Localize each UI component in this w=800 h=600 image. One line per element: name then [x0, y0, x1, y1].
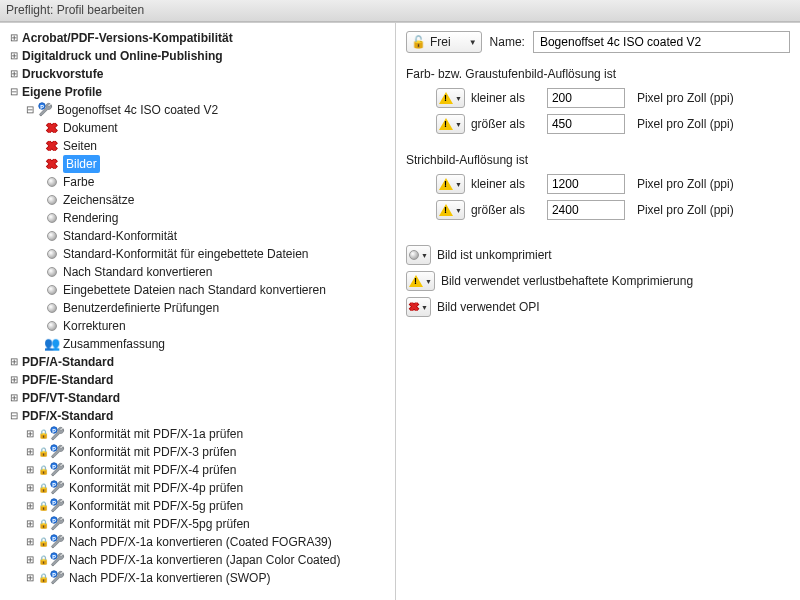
tree-eingeb[interactable]: Eingebettete Dateien nach Standard konve… — [6, 281, 393, 299]
tree-stdkonf-emb[interactable]: Standard-Konformität für eingebettete Da… — [6, 245, 393, 263]
tree-stdkonf[interactable]: Standard-Konformität — [6, 227, 393, 245]
warning-icon — [439, 118, 453, 130]
expand-icon[interactable]: ⊞ — [24, 446, 36, 458]
error-icon: ✖ — [44, 156, 60, 172]
dot-icon — [44, 174, 60, 190]
tree-conv-japan[interactable]: ⊞ 🔒 Nach PDF/X-1a konvertieren (Japan Co… — [6, 551, 393, 569]
expand-icon[interactable]: ⊞ — [24, 482, 36, 494]
collapse-icon[interactable]: ⊟ — [8, 86, 20, 98]
severity-dropdown[interactable]: ▼ — [436, 114, 465, 134]
check-lossy[interactable]: ▼ Bild verwendet verlustbehaftete Kompri… — [406, 271, 790, 291]
warning-icon — [409, 275, 423, 287]
tree-rendering[interactable]: Rendering — [6, 209, 393, 227]
expand-icon[interactable]: ⊞ — [24, 536, 36, 548]
tree-benutzer[interactable]: Benutzerdefinierte Prüfungen — [6, 299, 393, 317]
profile-icon — [50, 534, 66, 550]
tree-farbe[interactable]: Farbe — [6, 173, 393, 191]
tree-zeichen[interactable]: Zeichensätze — [6, 191, 393, 209]
lock-icon: 🔒 — [38, 569, 49, 587]
tree-pdfx[interactable]: ⊟ PDF/X-Standard — [6, 407, 393, 425]
profile-icon — [50, 552, 66, 568]
expand-icon[interactable]: ⊞ — [8, 392, 20, 404]
expand-icon[interactable]: ⊞ — [8, 374, 20, 386]
tree-zusammen[interactable]: 👥 Zusammenfassung — [6, 335, 393, 353]
section-line-res: Strichbild-Auflösung ist — [406, 153, 790, 167]
tree-x3[interactable]: ⊞ 🔒 Konformität mit PDF/X-3 prüfen — [6, 443, 393, 461]
check-uncompressed[interactable]: ▼ Bild ist unkomprimiert — [406, 245, 790, 265]
color-min-input[interactable] — [547, 88, 625, 108]
dot-icon — [44, 300, 60, 316]
dot-icon — [44, 264, 60, 280]
unit-label: Pixel pro Zoll (ppi) — [637, 177, 734, 191]
dot-icon — [44, 318, 60, 334]
tree-pdfa[interactable]: ⊞ PDF/A-Standard — [6, 353, 393, 371]
line-max-input[interactable] — [547, 200, 625, 220]
lock-icon: 🔒 — [38, 533, 49, 551]
dot-icon — [44, 210, 60, 226]
tree-korrekturen[interactable]: Korrekturen — [6, 317, 393, 335]
profile-icon — [38, 102, 54, 118]
collapse-icon[interactable]: ⊟ — [8, 410, 20, 422]
collapse-icon[interactable]: ⊟ — [24, 104, 36, 116]
expand-icon[interactable]: ⊞ — [8, 50, 20, 62]
profile-icon — [50, 570, 66, 586]
tree-seiten[interactable]: ✖ Seiten — [6, 137, 393, 155]
tree-conv-fogra[interactable]: ⊞ 🔒 Nach PDF/X-1a konvertieren (Coated F… — [6, 533, 393, 551]
expand-icon[interactable]: ⊞ — [24, 428, 36, 440]
expand-icon[interactable]: ⊞ — [24, 572, 36, 584]
profile-icon — [50, 498, 66, 514]
severity-dropdown[interactable]: ▼ — [406, 271, 435, 291]
warning-icon — [439, 204, 453, 216]
tree-x1a[interactable]: ⊞ 🔒 Konformität mit PDF/X-1a prüfen — [6, 425, 393, 443]
lock-icon: 🔒 — [38, 443, 49, 461]
tree-bogen[interactable]: ⊟ Bogenoffset 4c ISO coated V2 — [6, 101, 393, 119]
unit-label: Pixel pro Zoll (ppi) — [637, 117, 734, 131]
profile-name-input[interactable] — [533, 31, 790, 53]
severity-dropdown[interactable]: ▼ — [436, 200, 465, 220]
tree-druck[interactable]: ⊞ Druckvorstufe — [6, 65, 393, 83]
tree-x5pg[interactable]: ⊞ 🔒 Konformität mit PDF/X-5pg prüfen — [6, 515, 393, 533]
severity-dropdown[interactable]: ✖▼ — [406, 297, 431, 317]
tree-pdfe[interactable]: ⊞ PDF/E-Standard — [6, 371, 393, 389]
profile-icon — [50, 516, 66, 532]
expand-icon[interactable]: ⊞ — [24, 518, 36, 530]
larger-label: größer als — [471, 203, 541, 217]
expand-icon[interactable]: ⊞ — [8, 68, 20, 80]
expand-icon[interactable]: ⊞ — [8, 356, 20, 368]
tree-dokument[interactable]: ✖ Dokument — [6, 119, 393, 137]
expand-icon[interactable]: ⊞ — [24, 554, 36, 566]
tree-conv-swop[interactable]: ⊞ 🔒 Nach PDF/X-1a konvertieren (SWOP) — [6, 569, 393, 587]
tree-digital[interactable]: ⊞ Digitaldruck und Online-Publishing — [6, 47, 393, 65]
severity-dropdown[interactable]: ▼ — [436, 88, 465, 108]
check-opi[interactable]: ✖▼ Bild verwendet OPI — [406, 297, 790, 317]
smaller-label: kleiner als — [471, 91, 541, 105]
expand-icon[interactable]: ⊞ — [24, 500, 36, 512]
color-max-input[interactable] — [547, 114, 625, 134]
severity-dropdown[interactable]: ▼ — [406, 245, 431, 265]
dot-icon — [44, 246, 60, 262]
error-icon: ✖ — [409, 300, 419, 314]
profile-tree[interactable]: ⊞ Acrobat/PDF-Versions-Kompatibilität ⊞ … — [0, 27, 395, 589]
tree-nachstd[interactable]: Nach Standard konvertieren — [6, 263, 393, 281]
lock-icon: 🔒 — [38, 515, 49, 533]
tree-x4p[interactable]: ⊞ 🔒 Konformität mit PDF/X-4p prüfen — [6, 479, 393, 497]
chevron-down-icon: ▼ — [421, 304, 428, 311]
tree-acrobat[interactable]: ⊞ Acrobat/PDF-Versions-Kompatibilität — [6, 29, 393, 47]
lock-dropdown[interactable]: 🔓 Frei ▼ — [406, 31, 482, 53]
severity-dropdown[interactable]: ▼ — [436, 174, 465, 194]
selected-item: Bilder — [63, 155, 100, 173]
tree-pdfvt[interactable]: ⊞ PDF/VT-Standard — [6, 389, 393, 407]
line-min-input[interactable] — [547, 174, 625, 194]
tree-eigene[interactable]: ⊟ Eigene Profile — [6, 83, 393, 101]
dot-icon — [44, 282, 60, 298]
unit-label: Pixel pro Zoll (ppi) — [637, 203, 734, 217]
detail-panel: 🔓 Frei ▼ Name: Farb- bzw. Graustufenbild… — [396, 23, 800, 600]
chevron-down-icon: ▼ — [455, 95, 462, 102]
tree-x4[interactable]: ⊞ 🔒 Konformität mit PDF/X-4 prüfen — [6, 461, 393, 479]
unit-label: Pixel pro Zoll (ppi) — [637, 91, 734, 105]
tree-bilder[interactable]: ✖ Bilder — [6, 155, 393, 173]
expand-icon[interactable]: ⊞ — [8, 32, 20, 44]
expand-icon[interactable]: ⊞ — [24, 464, 36, 476]
warning-icon — [439, 178, 453, 190]
tree-x5g[interactable]: ⊞ 🔒 Konformität mit PDF/X-5g prüfen — [6, 497, 393, 515]
